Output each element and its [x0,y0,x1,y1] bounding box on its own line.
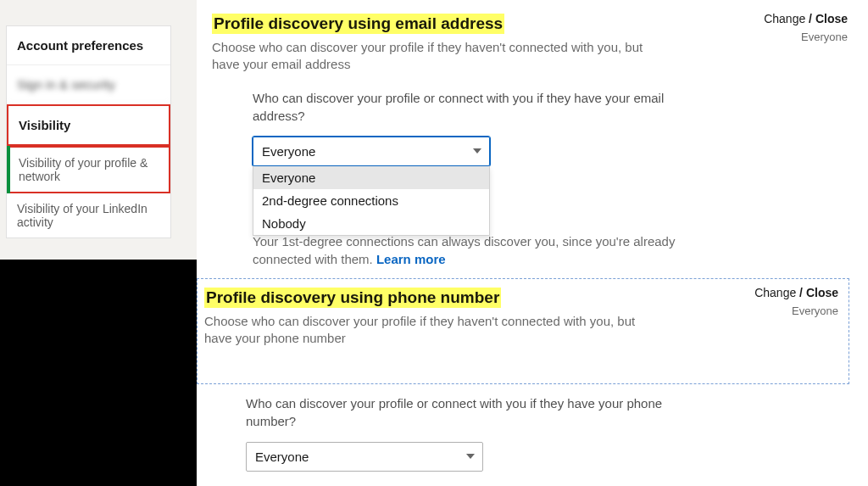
option-everyone[interactable]: Everyone [253,166,489,189]
section-description: Choose who can discover your profile if … [212,39,653,74]
note-pre: Your 1st-degree connections can always d… [253,234,675,267]
section-title: Profile discovery using email address [212,14,504,34]
note-text: Your 1st-degree connections can always d… [253,232,687,270]
section-body: Who can discover your profile or connect… [197,394,671,487]
selected-value: Everyone [255,450,309,464]
close-link[interactable]: Close [815,12,848,25]
question-text: Who can discover your profile or connect… [246,394,671,430]
chevron-down-icon [473,148,481,154]
section-email-discovery: Change / Close Everyone Profile discover… [197,0,868,289]
current-status: Everyone [764,31,848,43]
change-close-row: Change / Close Everyone [754,286,838,317]
sidebar-item-signin-security[interactable]: Sign in & security [7,65,170,104]
dropdown-list: Everyone 2nd-degree connections Nobody [253,166,490,236]
selected-value: Everyone [262,144,315,159]
change-close-row: Change / Close Everyone [764,12,848,43]
sidebar-sub-profile-network[interactable]: Visibility of your profile & network [7,146,170,193]
question-text: Who can discover your profile or connect… [253,89,687,125]
sidebar-sub-linkedin-activity[interactable]: Visibility of your LinkedIn activity [7,193,170,237]
slash: / [805,12,815,25]
slash: / [796,286,806,299]
close-link[interactable]: Close [806,286,838,299]
chevron-down-icon [466,454,475,459]
change-link[interactable]: Change [754,286,796,299]
section-body: Who can discover your profile or connect… [212,89,687,270]
change-link[interactable]: Change [764,12,805,25]
option-2nd-degree[interactable]: 2nd-degree connections [253,189,489,212]
section-description: Choose who can discover your profile if … [204,313,645,348]
sidebar-item-account-preferences[interactable]: Account preferences [7,26,170,65]
email-visibility-select[interactable]: Everyone Everyone 2nd-degree connections… [253,137,490,166]
current-status: Everyone [754,304,838,317]
settings-sidebar: Account preferences Sign in & security V… [6,25,171,238]
sidebar-item-visibility[interactable]: Visibility [7,104,170,146]
phone-visibility-select[interactable]: Everyone [246,442,483,472]
option-nobody[interactable]: Nobody [253,212,489,235]
learn-more-link[interactable]: Learn more [376,252,446,266]
section-title: Profile discovery using phone number [204,288,501,308]
main-content: Change / Close Everyone Profile discover… [197,0,868,289]
section-phone-discovery: Change / Close Everyone Profile discover… [197,278,849,384]
section-phone-discovery-wrap: Change / Close Everyone Profile discover… [197,278,849,486]
select-box[interactable]: Everyone [246,442,483,472]
select-box[interactable]: Everyone [253,137,490,166]
black-block [0,260,197,486]
